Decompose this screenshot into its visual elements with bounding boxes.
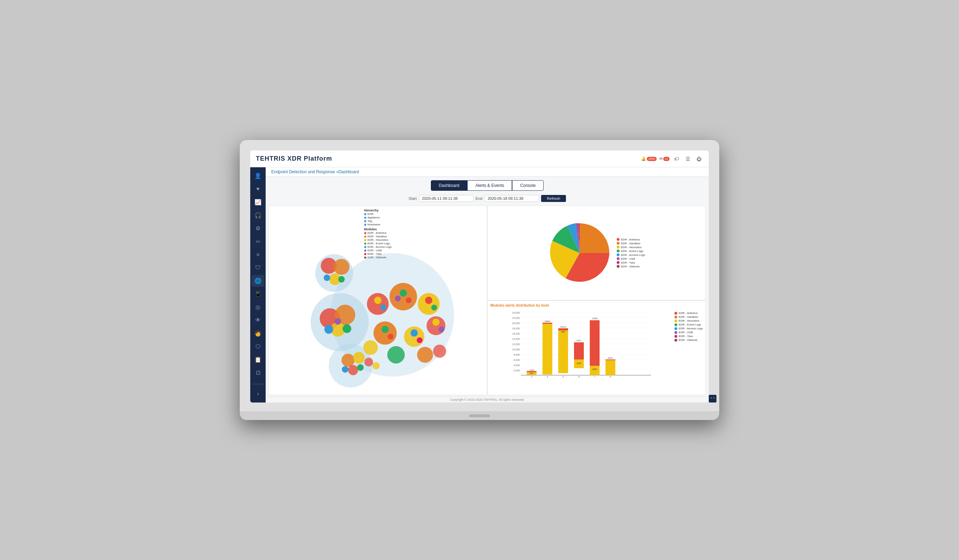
pie-legend-usb: EDR - USB xyxy=(617,257,645,260)
sidebar-item-settings[interactable]: ⚙ xyxy=(252,223,264,234)
pie-legend-oletools: EDR - Oletools xyxy=(617,265,645,268)
refresh-button[interactable]: Refresh xyxy=(541,195,566,202)
sidebar-item-support[interactable]: 🎧 xyxy=(252,209,264,221)
svg-rect-89 xyxy=(590,366,599,375)
sidebar-item-person[interactable]: 🧑 xyxy=(252,328,264,339)
scroll-to-top-button[interactable]: ⌃⌃ xyxy=(709,395,717,402)
right-panels: EDR - Antivirus EDR - Sandbox EDR - Heur… xyxy=(487,205,706,395)
svg-point-44 xyxy=(373,362,380,370)
pie-legend-accesslogs: EDR - Access Logs xyxy=(617,253,645,256)
svg-text:16412: 16412 xyxy=(560,326,566,328)
sidebar-item-globe[interactable]: 🌐 xyxy=(252,275,264,286)
svg-rect-95 xyxy=(605,360,615,360)
notification-badge[interactable]: 🔔 2855 xyxy=(641,156,656,161)
svg-text:24,000: 24,000 xyxy=(512,312,520,314)
sidebar-item-eye[interactable]: 👁 xyxy=(252,314,264,326)
svg-point-27 xyxy=(395,296,401,302)
svg-text:888: 888 xyxy=(561,331,565,333)
tag-icon[interactable]: 🏷 xyxy=(672,155,681,163)
sidebar-item-mobile[interactable]: 📱 xyxy=(252,288,264,300)
svg-point-21 xyxy=(387,346,405,364)
svg-text:391: 391 xyxy=(530,372,534,374)
laptop-bottom xyxy=(240,411,719,420)
svg-point-13 xyxy=(342,325,351,333)
bar-legend-antivirus: EDR - Antivirus xyxy=(674,312,703,315)
start-date-input[interactable] xyxy=(419,195,473,202)
hierarchy-legend: Hierarchy EDR Appliance Tag Hos xyxy=(364,208,392,259)
svg-point-28 xyxy=(425,297,432,304)
logout-icon[interactable]: ⏻ xyxy=(695,155,703,163)
svg-point-26 xyxy=(406,298,412,304)
pie-chart-panel: EDR - Antivirus EDR - Sandbox EDR - Heur… xyxy=(487,205,706,300)
svg-rect-94 xyxy=(605,360,615,375)
modules-title: Modules xyxy=(364,228,392,231)
hierarchy-hostname: Hostname xyxy=(364,223,392,226)
breadcrumb-current: »Dashboard xyxy=(336,169,359,174)
sidebar-item-report[interactable]: 📋 xyxy=(252,354,264,365)
sidebar-item-analytics[interactable]: 📈 xyxy=(252,196,264,208)
tab-dashboard[interactable]: Dashboard xyxy=(431,180,468,191)
svg-point-32 xyxy=(381,326,389,333)
svg-text:3560: 3560 xyxy=(592,368,597,370)
module-eventlogs: EDR - Event Logs xyxy=(364,242,392,245)
svg-point-30 xyxy=(374,297,381,304)
bar-legend: EDR - Antivirus EDR - Sandbox EDR - Heur… xyxy=(674,309,703,379)
mail-badge[interactable]: ✉ 21 xyxy=(660,156,669,161)
end-date-input[interactable] xyxy=(484,195,539,202)
mail-icon: ✉ xyxy=(660,156,663,161)
tab-console[interactable]: Console xyxy=(512,180,543,191)
sidebar-item-list[interactable]: ≡ xyxy=(252,249,264,260)
svg-text:6,000: 6,000 xyxy=(514,359,520,361)
breadcrumb: Endpoint Detection and Response »Dashboa… xyxy=(266,167,709,177)
svg-point-37 xyxy=(438,326,444,332)
sidebar-item-user[interactable]: 👤 xyxy=(252,170,264,181)
footer: Copyright © 2010-2020 TEHTRIS. All right… xyxy=(266,396,709,402)
svg-text:·: · xyxy=(626,375,627,378)
top-bar: TEHTRIS XDR Platform 🔔 2855 ✉ 21 🏷 ☰ ⏻ xyxy=(250,151,709,167)
top-bar-actions: 🔔 2855 ✉ 21 🏷 ☰ ⏻ xyxy=(641,155,703,163)
bar-legend-eventlogs: EDR - Event Logs xyxy=(674,323,703,326)
sidebar-item-shield[interactable]: 🛡 xyxy=(252,262,264,274)
app-logo: TEHTRIS XDR Platform xyxy=(256,155,332,162)
svg-text:18,000: 18,000 xyxy=(512,327,520,330)
sidebar-item-expand[interactable]: › xyxy=(252,388,264,400)
sidebar-item-scan[interactable]: ⊡ xyxy=(252,367,264,379)
pie-chart-svg xyxy=(548,221,611,285)
list-icon[interactable]: ☰ xyxy=(683,155,692,163)
laptop-notch xyxy=(469,414,490,417)
svg-point-23 xyxy=(363,340,378,355)
module-sandbox: EDR - Sandbox xyxy=(364,235,392,238)
pie-container: EDR - Antivirus EDR - Sandbox EDR - Heur… xyxy=(548,221,645,285)
sidebar-item-health[interactable]: ♥ xyxy=(252,183,264,195)
svg-point-31 xyxy=(381,304,386,310)
svg-text:6417: 6417 xyxy=(577,339,581,342)
svg-point-22 xyxy=(417,347,433,363)
sidebar-version: v-04.20.02 xyxy=(252,382,264,387)
svg-text:7: 7 xyxy=(594,375,595,378)
svg-text:16,000: 16,000 xyxy=(512,332,520,335)
bar-legend-accesslogs: EDR - Access Logs xyxy=(674,327,703,330)
svg-rect-80 xyxy=(558,328,568,330)
bar-legend-usb: EDR - USB xyxy=(674,331,703,334)
svg-point-39 xyxy=(353,352,365,363)
sidebar-item-network[interactable]: ⬡ xyxy=(252,340,264,352)
tab-alerts[interactable]: Alerts & Events xyxy=(467,180,512,191)
svg-point-15 xyxy=(390,283,417,310)
svg-text:20,000: 20,000 xyxy=(512,322,520,325)
sidebar-item-code[interactable]: <> xyxy=(252,235,264,247)
svg-point-43 xyxy=(364,358,373,366)
start-label: Start xyxy=(408,196,416,200)
svg-point-12 xyxy=(325,325,333,334)
sidebar-item-target[interactable]: ◎ xyxy=(252,301,264,313)
main-layout: 👤 ♥ 📈 🎧 ⚙ <> ≡ 🛡 🌐 📱 ◎ 👁 🧑 ⬡ 📋 ⊡ v-04.20… xyxy=(250,167,709,402)
svg-rect-75 xyxy=(543,324,552,374)
svg-text:22,000: 22,000 xyxy=(512,317,520,319)
svg-text:2,000: 2,000 xyxy=(514,369,520,372)
svg-text:12,000: 12,000 xyxy=(512,343,520,345)
svg-text:5672: 5672 xyxy=(608,357,613,359)
hierarchy-tag: Tag xyxy=(364,220,392,223)
svg-text:8: 8 xyxy=(610,375,611,378)
svg-rect-90 xyxy=(590,320,599,366)
svg-point-42 xyxy=(357,364,364,371)
svg-rect-79 xyxy=(558,330,568,373)
